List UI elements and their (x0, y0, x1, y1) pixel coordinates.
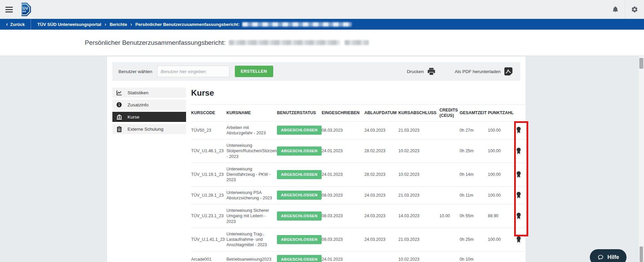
completion-date: 10.02.2023 (398, 251, 439, 262)
course-code: TÜV_U1.46.1_23 (191, 139, 226, 163)
column-header: ABLAUFDATUM (364, 105, 398, 122)
credits (439, 163, 460, 186)
enrolled-date: 24.01.2023 (322, 163, 364, 186)
expiry-date (364, 251, 398, 262)
completion-date: 10.02.2023 (398, 139, 439, 163)
sidebar-item-label: Kurse (128, 114, 139, 120)
score: 100.00 (488, 163, 513, 186)
column-header: PUNKTZAHL (488, 105, 513, 122)
report-sidebar: Statistiken Zusatzinfo (112, 88, 186, 262)
breadcrumb-item-portal[interactable]: TÜV SÜD Unterweisungsportal (37, 22, 101, 27)
course-code: TÜV50_23 (191, 121, 226, 139)
user-select-label: Benutzer wählen (118, 69, 152, 74)
hamburger-menu-icon[interactable] (5, 5, 13, 14)
breadcrumb-item-berichte[interactable]: Berichte (110, 22, 127, 27)
table-row: TÜV_U.1.41.1_23 Unterweisung Trag-, Last… (191, 228, 526, 251)
download-pdf-button[interactable]: Als PDF herunterladen (455, 67, 513, 76)
course-code: TÜV_U.1.41.1_23 (191, 228, 226, 251)
table-row: TÜV50_23 Arbeiten mit Absturzgefahr - 20… (191, 121, 526, 139)
back-button[interactable]: ‹ Zurück (0, 19, 31, 30)
status-badge: ABGESCHLOSSEN (277, 211, 322, 221)
breadcrumb-bar: ‹ Zurück TÜV SÜD Unterweisungsportal › B… (0, 19, 644, 30)
table-row: TÜV_U1.28.1_23 Unterweisung PSA Absturzs… (191, 186, 526, 204)
expiry-date: 24.03.2023 (364, 204, 398, 228)
total-time: 0h 27m (460, 121, 488, 139)
column-header: GESAMTZEIT (460, 105, 488, 122)
enrolled-date: 08.03.2023 (322, 228, 364, 251)
award-icon[interactable] (516, 171, 521, 178)
expiry-date: 24.03.2023 (364, 186, 398, 204)
courses-icon (116, 113, 122, 120)
enrolled-date: 08.03.2023 (322, 186, 364, 204)
notifications-bell-icon[interactable] (606, 0, 625, 19)
enrolled-date: 24.01.2023 (322, 251, 364, 262)
expiry-date: 24.03.2023 (364, 121, 398, 139)
enrolled-date: 08.03.2023 (322, 121, 364, 139)
print-label: Drucken (407, 69, 424, 74)
settings-gear-icon[interactable] (625, 0, 644, 19)
scrollbar-thumb[interactable] (639, 58, 643, 69)
breadcrumb: TÜV SÜD Unterweisungsportal › Berichte ›… (31, 22, 352, 27)
info-icon (116, 101, 122, 108)
help-button[interactable]: Hilfe (590, 249, 627, 262)
report-toolbar: Benutzer wählen ERSTELLEN Drucken A (112, 62, 520, 81)
award-icon[interactable] (516, 148, 521, 155)
score: 100.00 (488, 121, 513, 139)
redacted-username (229, 40, 340, 45)
status-badge: ABGESCHLOSSEN (277, 235, 322, 244)
credits: 10.00 (439, 204, 460, 228)
printer-icon (427, 67, 436, 76)
user-search-input[interactable] (157, 66, 229, 77)
create-button[interactable]: ERSTELLEN (235, 66, 273, 77)
completion-date: 21.03.2023 (398, 228, 439, 251)
credits (439, 228, 460, 251)
breadcrumb-separator-icon: › (105, 22, 106, 27)
tuv-sud-logo[interactable]: TÜV SÜD (17, 3, 31, 16)
sidebar-item-zusatzinfo[interactable]: Zusatzinfo (112, 100, 186, 110)
completion-date: 21.03.2023 (398, 121, 439, 139)
sidebar-item-label: Statistiken (128, 90, 148, 95)
content-area: Benutzer wählen ERSTELLEN Drucken A (0, 56, 644, 262)
award-icon[interactable] (516, 236, 521, 243)
scrollbar-thumb[interactable] (640, 247, 643, 262)
scrollbar-track[interactable] (638, 56, 644, 262)
status-badge: ABGESCHLOSSEN (277, 170, 322, 179)
credits (439, 121, 460, 139)
page-title: Persönlicher Benutzerzusammenfassungsber… (85, 39, 369, 46)
table-row: TÜV_U1.19.1_23 Unterweisung Dienstfahrze… (191, 163, 526, 186)
table-row: TÜV_U1.46.1_23 Unterweisung Stolpern/Rut… (191, 139, 526, 163)
help-label: Hilfe (607, 254, 619, 260)
credits (439, 186, 460, 204)
course-code: TÜV_U1.23.1_23 (191, 204, 226, 228)
credits (439, 251, 460, 262)
course-name: Unterweisung Stolpern/Rutschen/Stürzen -… (226, 139, 277, 163)
sidebar-item-kurse[interactable]: Kurse (112, 112, 186, 122)
print-button[interactable]: Drucken (407, 67, 436, 76)
column-header: CREDITS (CEUS) (439, 105, 460, 122)
award-icon[interactable] (516, 212, 521, 220)
column-header: KURSNAME (226, 105, 277, 122)
score: 100.00 (488, 139, 513, 163)
status-badge: ABGESCHLOSSEN (277, 191, 322, 200)
back-chevron-icon: ‹ (6, 22, 8, 27)
expiry-date: 28.02.2023 (364, 163, 398, 186)
column-header-award (513, 105, 526, 122)
score (488, 251, 513, 262)
credits (439, 139, 460, 163)
enrolled-date: 24.01.2023 (322, 139, 364, 163)
sidebar-item-externe-schulung[interactable]: Externe Schulung (112, 124, 186, 134)
column-header: EINGESCHRIEBEN (322, 105, 364, 122)
breadcrumb-item-report[interactable]: Persönlicher Benutzerzusammenfassungsber… (135, 22, 240, 27)
completion-date: 21.03.2023 (398, 186, 439, 204)
course-name: Arbeiten mit Absturzgefahr - 2023 (226, 121, 277, 139)
course-code: TÜV_U1.28.1_23 (191, 186, 226, 204)
sidebar-item-statistiken[interactable]: Statistiken (112, 88, 186, 98)
score: 88.90 (488, 204, 513, 228)
total-time: 0h 10m (460, 251, 488, 262)
section-heading: Kurse (191, 88, 526, 98)
award-icon[interactable] (516, 192, 521, 199)
status-badge: ABGESCHLOSSEN (277, 255, 322, 262)
award-icon[interactable] (516, 127, 521, 134)
total-time: 0h 11m (460, 186, 488, 204)
course-name: Unterweisung Trag-, Lastaufnahme- und An… (226, 228, 277, 251)
